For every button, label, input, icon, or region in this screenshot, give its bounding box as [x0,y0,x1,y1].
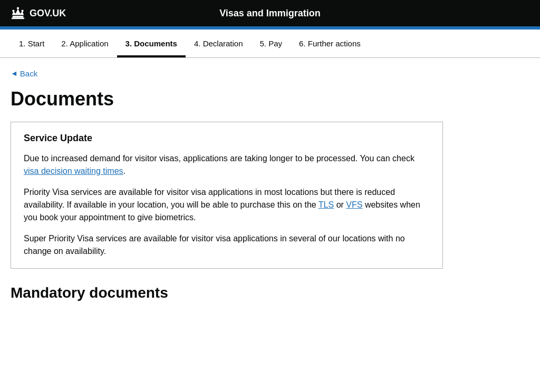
site-header: GOV.UK Visas and Immigration [0,0,540,26]
service-update-para-1: Due to increased demand for visitor visa… [24,152,430,178]
svg-rect-3 [12,18,24,19]
main-content: ◄ Back Documents Service Update Due to i… [0,58,506,312]
svg-point-0 [12,10,14,12]
back-link[interactable]: ◄ Back [11,69,37,78]
tab-pay[interactable]: 5. Pay [252,30,291,57]
service-update-para-2: Priority Visa services are available for… [24,186,430,224]
gov-logo[interactable]: GOV.UK [11,7,66,19]
tab-further-actions[interactable]: 6. Further actions [291,30,369,57]
back-arrow-icon: ◄ [11,69,18,77]
svg-point-1 [17,7,19,9]
vfs-link[interactable]: VFS [346,200,362,209]
svg-point-2 [21,10,23,12]
page-title: Documents [11,89,496,110]
service-update-title: Service Update [24,133,430,144]
para1-after-link: . [123,166,126,175]
tab-declaration[interactable]: 4. Declaration [186,30,252,57]
crown-icon [11,7,25,19]
step-navigation: 1. Start 2. Application 3. Documents 4. … [0,30,540,58]
service-update-box: Service Update Due to increased demand f… [11,122,443,269]
visa-waiting-times-link[interactable]: visa decision waiting times [24,166,123,175]
tab-application[interactable]: 2. Application [53,30,117,57]
para2-between-links: or [334,200,346,209]
tab-documents[interactable]: 3. Documents [117,30,186,57]
service-update-para-3: Super Priority Visa services are availab… [24,232,430,258]
mandatory-documents-title: Mandatory documents [11,285,496,301]
site-title: Visas and Immigration [219,8,321,19]
para1-before-link: Due to increased demand for visitor visa… [24,154,414,163]
gov-logo-text: GOV.UK [30,8,66,19]
tls-link[interactable]: TLS [319,200,334,209]
back-link-label: Back [20,69,37,78]
tab-start[interactable]: 1. Start [11,30,53,57]
